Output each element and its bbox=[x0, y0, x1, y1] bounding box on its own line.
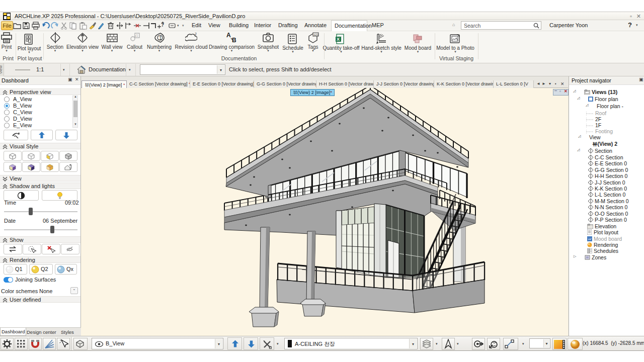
svg-text:2: 2 bbox=[195, 32, 197, 36]
svg-text:X: X bbox=[337, 37, 340, 42]
svg-text:B: B bbox=[232, 37, 236, 44]
svg-text:A: A bbox=[226, 32, 231, 39]
svg-text:1: 1 bbox=[136, 34, 138, 37]
svg-text:1: 1 bbox=[159, 35, 162, 41]
